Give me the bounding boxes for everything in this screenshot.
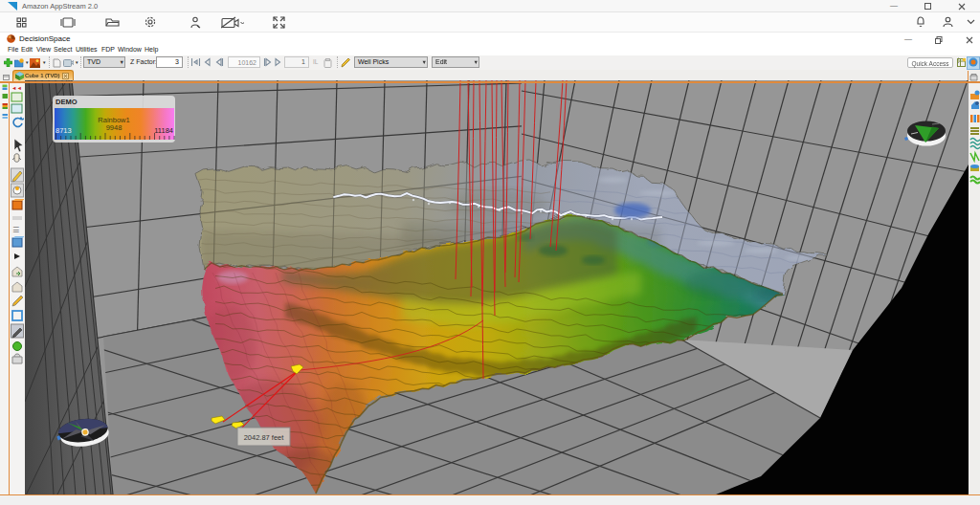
svg-text:☰: ☰: [12, 226, 19, 234]
svg-text:8713: 8713: [56, 126, 72, 135]
svg-text:9948: 9948: [106, 123, 122, 132]
svg-text:11184: 11184: [154, 126, 173, 135]
svg-text:2042.87 feet: 2042.87 feet: [244, 433, 285, 442]
svg-text:◄◄: ◄◄: [11, 85, 22, 91]
svg-text:DEMO: DEMO: [56, 98, 78, 106]
